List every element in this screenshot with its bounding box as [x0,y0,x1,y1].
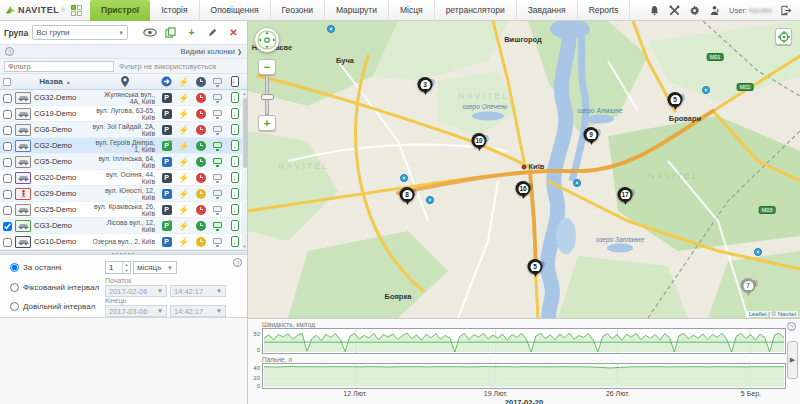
zoom-in-button[interactable]: + [258,115,276,131]
device-address: Лісова вул., 12, Київ [92,219,158,233]
row-checkbox[interactable] [3,158,12,167]
table-row[interactable]: CG25-Demo вул. Краківська, 26, Київ P ⚡ … [0,202,243,218]
layout-switcher-icon[interactable] [71,5,82,16]
map-cluster-marker[interactable]: 5)) [528,259,543,274]
charts-panel: Швидкість, км/год 50 0 Пальне, л 40 20 0… [248,318,800,404]
tab-3[interactable]: Оповіщення [200,0,271,21]
table-row[interactable]: CG20-Demo вул. Осіння, 44, Київ P ⚡ ↓ [0,170,243,186]
scroll-down-icon[interactable]: ▼ [242,243,247,250]
gear-icon[interactable] [689,5,700,16]
table-row[interactable]: CG29-Demo вул. Юності, 12, Київ P ⚡ ↓ [0,186,243,202]
table-row[interactable]: CG2-Demo вул. Героїв Дніпра, 1, Київ P ⚡… [0,138,243,154]
select-all-checkbox[interactable] [3,78,11,86]
row-checkbox[interactable] [3,142,12,151]
map-cluster-marker[interactable]: 8)) [400,187,415,202]
tab-2[interactable]: Історія [150,0,199,21]
locate-button[interactable] [775,28,792,45]
tab-7[interactable]: ретранслятори [435,0,517,21]
map-pan-control[interactable] [254,27,280,53]
pencil-icon[interactable] [205,26,220,39]
row-checkbox[interactable] [3,94,12,103]
table-scrollbar[interactable]: ▲ ▼ [242,90,247,250]
zoom-out-button[interactable]: − [258,59,276,75]
row-checkbox[interactable] [3,206,12,215]
row-checkbox[interactable] [3,174,12,183]
period-unit-select[interactable]: місяць ▼ [133,261,177,274]
row-checkbox[interactable] [3,190,12,199]
user-download-icon[interactable] [709,5,720,16]
column-movement[interactable] [158,76,175,87]
end-date-select[interactable]: 2017-03-06▼ [105,305,167,317]
map-view[interactable]: NAVITEL NAVITEL NAVITEL НемішаєвеБучаВиш… [248,21,800,318]
map-cluster-marker[interactable]: 3)) [418,77,433,92]
device-thumbnail [14,236,32,248]
map-cluster-marker[interactable]: 9)) [584,127,599,142]
column-power[interactable]: ⚡ [175,77,192,87]
start-time-select[interactable]: 14:42:17▼ [170,285,226,297]
map-cluster-marker[interactable]: 16)) [516,181,531,196]
start-date-select[interactable]: 2017-02-06▼ [105,285,167,297]
row-checkbox[interactable] [3,126,12,135]
tab-4[interactable]: Геозони [271,0,325,21]
tab-1[interactable]: Пристрої [90,0,150,21]
speed-chart[interactable] [262,328,786,354]
radio-fixed-input[interactable] [10,283,19,292]
scroll-up-icon[interactable]: ▲ [242,90,247,97]
visible-columns-link[interactable]: Видимі колонки ❯ [181,47,242,56]
help-icon[interactable]: ? [5,47,14,56]
tab-8[interactable]: Завдання [517,0,578,21]
chevron-right-icon: ❯ [237,49,242,55]
zoom-slider-handle[interactable] [261,94,274,100]
map-cluster-marker[interactable]: 10)) [472,133,487,148]
column-battery[interactable]: ↓ [226,76,243,87]
period-count-stepper[interactable]: 1 ▲▼ [105,261,131,274]
map-cluster-marker[interactable]: 5)) [668,92,683,107]
column-name[interactable]: Назва▲ [14,77,92,86]
row-checkbox[interactable] [3,110,12,119]
copy-icon[interactable] [163,26,178,39]
road-label: M03 [759,206,776,214]
monitor-status-icon [212,109,223,119]
radio-custom-input[interactable] [10,302,19,311]
row-checkbox[interactable] [3,238,12,247]
column-location[interactable] [92,76,158,87]
column-connection[interactable] [192,77,209,87]
radio-last-period[interactable]: За останні [10,263,62,272]
tab-6[interactable]: Місця [389,0,435,21]
expand-charts-button[interactable]: ▶ [787,341,798,379]
map-label: озеро Заплавне [596,236,644,243]
zoom-slider-track[interactable] [265,75,269,115]
map-cluster-marker[interactable]: 7)) [741,278,756,293]
navitel-link[interactable]: © Navitel [772,311,796,317]
tab-5[interactable]: Маршрути [325,0,389,21]
eye-icon[interactable] [142,26,157,39]
table-row[interactable]: CG3-Demo Лісова вул., 12, Київ P ⚡ ↓ [0,218,243,234]
radio-custom-interval[interactable]: Довільний інтервал [10,302,95,311]
map-cluster-marker[interactable]: 17)) [618,187,633,202]
logout-icon[interactable] [781,5,792,16]
end-time-select[interactable]: 14:42:17▼ [170,305,226,317]
fuel-chart[interactable] [262,363,786,389]
help-icon[interactable]: ? [787,322,796,331]
row-checkbox[interactable] [3,222,12,231]
bell-icon[interactable] [649,5,660,16]
table-row[interactable]: CG6-Demo вул. Зої Гайдай, 2А, Київ P ⚡ ↓ [0,122,243,138]
delete-icon[interactable]: ✕ [226,26,241,39]
leaflet-link[interactable]: Leaflet [749,311,767,317]
table-row[interactable]: CG19-Demo вул. Лугова, 63-65, Київ P ⚡ ↓ [0,106,243,122]
tools-icon[interactable] [669,5,680,16]
radio-last-input[interactable] [10,263,19,272]
tab-9[interactable]: Reports [578,0,631,21]
stepper-down-icon[interactable]: ▼ [123,268,130,274]
table-row[interactable]: CG32-Demo Жулянська вул., 4А, Київ P ⚡ ↓ [0,90,243,106]
location-pin-icon [121,76,129,87]
monitor-status-icon [212,221,223,231]
help-icon[interactable]: ? [233,258,242,267]
radio-fixed-interval[interactable]: Фіксований інтервал [10,283,99,292]
plus-icon[interactable]: + [184,26,199,39]
group-select[interactable]: Всі групи ▼ [32,25,128,40]
table-row[interactable]: CG5-Demo вул. Іллінська, 64, Київ P ⚡ ↓ [0,154,243,170]
column-monitor[interactable] [209,77,226,87]
filter-input[interactable] [4,61,114,72]
table-row[interactable]: CG10-Demo Озерна вул., 2, Київ P ⚡ ↓ [0,234,243,250]
